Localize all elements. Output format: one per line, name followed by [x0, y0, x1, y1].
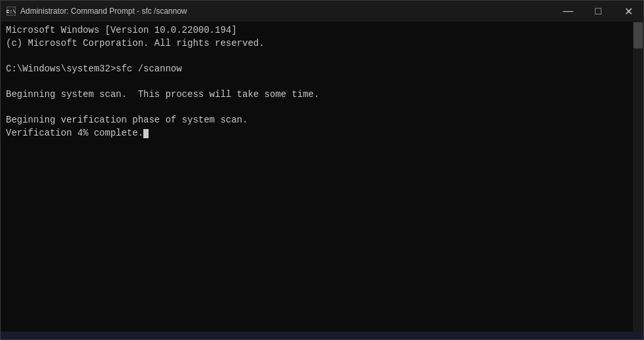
scrollbar-thumb[interactable] — [634, 22, 643, 48]
terminal-line-8: Verification 4% complete. — [6, 127, 638, 140]
terminal-line-2 — [6, 50, 638, 63]
terminal-body[interactable]: Microsoft Windows [Version 10.0.22000.19… — [1, 22, 643, 331]
title-bar-controls: — □ ✕ — [553, 1, 643, 22]
terminal-line-1: (c) Microsoft Corporation. All rights re… — [6, 37, 638, 50]
command-prompt-window: C:\ Administrator: Command Prompt - sfc … — [0, 0, 644, 340]
terminal-line-5: Beginning system scan. This process will… — [6, 88, 638, 102]
taskbar — [1, 331, 643, 339]
window-icon: C:\ — [6, 6, 16, 16]
maximize-button[interactable]: □ — [583, 1, 613, 22]
scrollbar[interactable] — [633, 22, 643, 331]
close-button[interactable]: ✕ — [613, 1, 643, 22]
title-bar-left: C:\ Administrator: Command Prompt - sfc … — [6, 6, 187, 16]
cursor — [143, 129, 149, 138]
terminal-line-6 — [6, 102, 638, 115]
terminal-line-4 — [6, 75, 638, 88]
minimize-button[interactable]: — — [553, 1, 583, 22]
title-bar-title: Administrator: Command Prompt - sfc /sca… — [20, 7, 187, 16]
terminal-line-7: Beginning verification phase of system s… — [6, 114, 638, 127]
terminal-line-3: C:\Windows\system32>sfc /scannow — [6, 63, 638, 76]
title-bar: C:\ Administrator: Command Prompt - sfc … — [1, 1, 643, 22]
cmd-icon: C:\ — [7, 7, 16, 16]
terminal-line-0: Microsoft Windows [Version 10.0.22000.19… — [6, 24, 638, 37]
